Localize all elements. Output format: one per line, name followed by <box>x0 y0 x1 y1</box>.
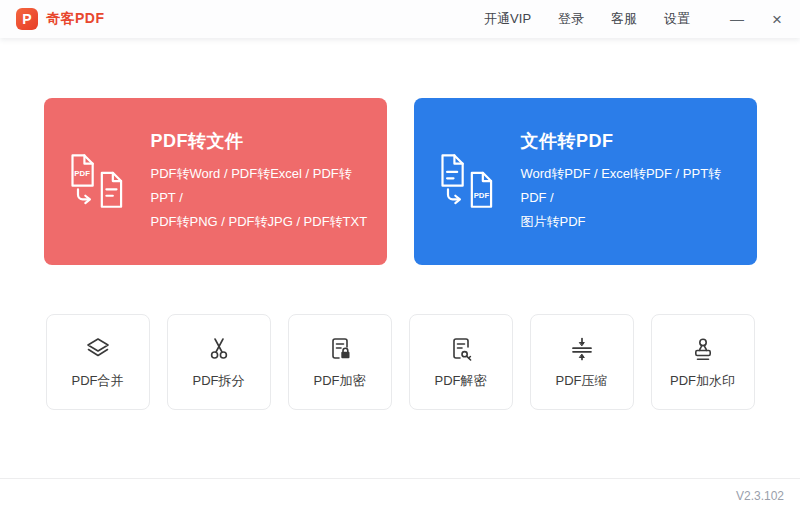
hero-subtitle: Word转PDF / Excel转PDF / PPT转PDF / 图片转PDF <box>521 162 741 234</box>
tool-label: PDF压缩 <box>556 372 608 390</box>
pdf-to-file-icon: PDF <box>67 152 133 212</box>
tool-pdf-decrypt[interactable]: PDF解密 <box>409 314 513 410</box>
svg-text:PDF: PDF <box>74 168 90 177</box>
compress-icon <box>568 335 596 363</box>
nav-login[interactable]: 登录 <box>558 10 584 28</box>
svg-text:PDF: PDF <box>473 190 489 199</box>
document-key-icon <box>447 335 475 363</box>
version-label: V2.3.102 <box>736 489 784 503</box>
tool-label: PDF合并 <box>72 372 124 390</box>
tool-pdf-split[interactable]: PDF拆分 <box>167 314 271 410</box>
app-window: P 奇客PDF 开通VIP 登录 客服 设置 — × PDF <box>0 0 800 516</box>
tools-row: PDF合并 PDF拆分 PDF加密 <box>0 314 800 410</box>
hero-title: PDF转文件 <box>151 129 371 153</box>
top-navigation: 开通VIP 登录 客服 设置 — × <box>457 10 782 28</box>
close-icon[interactable]: × <box>772 11 782 28</box>
minimize-icon[interactable]: — <box>730 12 744 26</box>
card-pdf-to-file[interactable]: PDF PDF转文件 PDF转Word / PDF转Excel / PDF转PP… <box>44 98 387 265</box>
footer-bar: V2.3.102 <box>0 478 800 516</box>
tool-label: PDF加密 <box>314 372 366 390</box>
file-to-pdf-icon: PDF <box>437 152 503 212</box>
tool-label: PDF拆分 <box>193 372 245 390</box>
document-lock-icon <box>326 335 354 363</box>
hero-title: 文件转PDF <box>521 129 741 153</box>
tool-label: PDF解密 <box>435 372 487 390</box>
card-file-to-pdf[interactable]: PDF 文件转PDF Word转PDF / Excel转PDF / PPT转PD… <box>414 98 757 265</box>
nav-settings[interactable]: 设置 <box>664 10 690 28</box>
app-title: 奇客PDF <box>46 10 105 28</box>
stamp-icon <box>689 335 717 363</box>
nav-customer-service[interactable]: 客服 <box>611 10 637 28</box>
tool-pdf-compress[interactable]: PDF压缩 <box>530 314 634 410</box>
nav-open-vip[interactable]: 开通VIP <box>484 10 531 28</box>
tool-pdf-merge[interactable]: PDF合并 <box>46 314 150 410</box>
tool-pdf-watermark[interactable]: PDF加水印 <box>651 314 755 410</box>
scissors-icon <box>205 335 233 363</box>
hero-cards-row: PDF PDF转文件 PDF转Word / PDF转Excel / PDF转PP… <box>0 38 800 265</box>
hero-subtitle: PDF转Word / PDF转Excel / PDF转PPT / PDF转PNG… <box>151 162 371 234</box>
app-logo-icon: P <box>16 8 38 30</box>
tool-label: PDF加水印 <box>670 372 735 390</box>
tool-pdf-encrypt[interactable]: PDF加密 <box>288 314 392 410</box>
merge-layers-icon <box>84 335 112 363</box>
title-bar: P 奇客PDF 开通VIP 登录 客服 设置 — × <box>0 0 800 38</box>
